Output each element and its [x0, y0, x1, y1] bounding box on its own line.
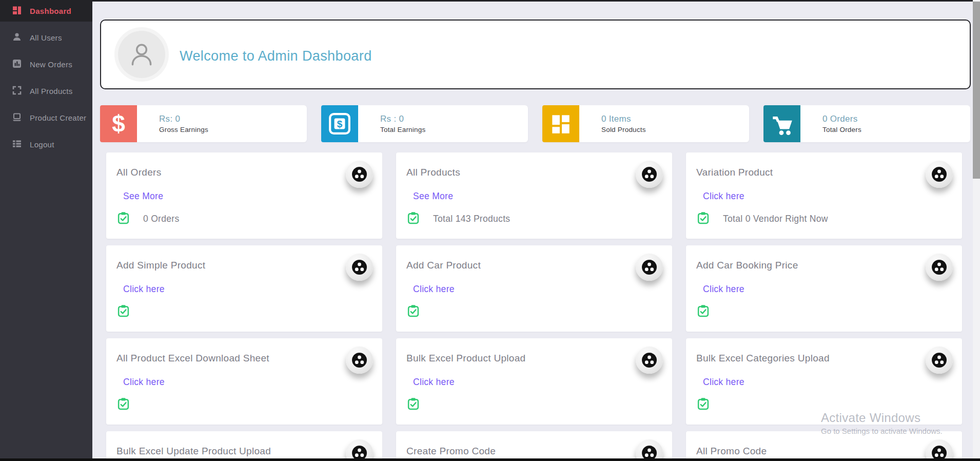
- dashboard-grid-icon: [12, 5, 22, 17]
- dashboard-card: Add Simple Product Click here: [106, 245, 382, 332]
- stats-row: $ Rs: 0 Gross Earnings $ Rs : 0 Total Ea…: [100, 105, 971, 142]
- card-subtitle: Total 0 Vendor Right Now: [723, 214, 828, 224]
- three-dots-circle-button[interactable]: [926, 347, 953, 374]
- three-dots-circle-button[interactable]: [636, 347, 663, 374]
- stat-card-total-earnings: $ Rs : 0 Total Earnings: [321, 105, 528, 142]
- dashboard-card: All Product Excel Download Sheet Click h…: [106, 338, 382, 425]
- stat-label: Sold Products: [601, 126, 646, 133]
- dashboard-card: Bulk Excel Update Product Upload Click h…: [106, 431, 382, 461]
- card-link[interactable]: See More: [413, 191, 453, 202]
- card-title: Variation Product: [696, 167, 952, 178]
- stat-value: 0 Items: [601, 114, 646, 124]
- person-icon: [118, 31, 165, 78]
- sidebar-item-product-creater[interactable]: Product Creater: [0, 107, 92, 128]
- three-dots-circle-button[interactable]: [346, 439, 373, 461]
- clipboard-check-icon: [407, 304, 419, 319]
- three-dots-circle-button[interactable]: [346, 347, 373, 374]
- card-link[interactable]: Click here: [413, 284, 455, 295]
- card-title: Add Simple Product: [116, 260, 372, 271]
- dashboard-card: All Products See More Total 143 Products: [396, 152, 672, 239]
- card-link[interactable]: Click here: [123, 284, 165, 295]
- card-link[interactable]: Click here: [703, 377, 744, 388]
- dashboard-card: All Orders See More 0 Orders: [106, 152, 382, 239]
- card-title: All Orders: [116, 167, 372, 178]
- stat-card-total-orders: 0 Orders Total Orders: [763, 105, 970, 142]
- clipboard-check-icon: [407, 212, 419, 226]
- dashboard-card: Create Promo Code Click here: [396, 431, 672, 461]
- stat-value: Rs : 0: [380, 114, 425, 124]
- stat-value: Rs: 0: [159, 114, 208, 124]
- stat-card-gross-earnings: $ Rs: 0 Gross Earnings: [100, 105, 307, 142]
- dollar-icon: $: [100, 105, 137, 142]
- horizontal-scrollbar[interactable]: [0, 458, 980, 461]
- card-link[interactable]: See More: [123, 191, 163, 202]
- stat-value: 0 Orders: [822, 114, 861, 124]
- sidebar-item-new-orders[interactable]: New Orders: [0, 53, 92, 75]
- clipboard-check-icon: [117, 397, 129, 412]
- laptop-icon: [12, 112, 22, 124]
- card-title: Bulk Excel Categories Upload: [696, 353, 952, 364]
- three-dots-circle-button[interactable]: [346, 254, 373, 281]
- card-title: Create Promo Code: [406, 446, 662, 457]
- dashboard-cards-grid: All Orders See More 0 Orders All: [106, 152, 962, 461]
- user-icon: [12, 32, 22, 44]
- card-link[interactable]: Click here: [703, 284, 744, 295]
- three-dots-circle-button[interactable]: [926, 254, 953, 281]
- avatar: [114, 27, 169, 82]
- sidebar-item-label: All Users: [30, 33, 62, 42]
- sidebar-item-all-users[interactable]: All Users: [0, 27, 92, 48]
- dashboard-card: Bulk Excel Product Upload Click here: [396, 338, 672, 425]
- sidebar-item-label: New Orders: [30, 60, 72, 69]
- main-content: Welcome to Admin Dashboard $ Rs: 0 Gross…: [92, 0, 973, 461]
- bar-chart-icon: [12, 59, 22, 70]
- card-subtitle: 0 Orders: [143, 214, 179, 224]
- card-title: Bulk Excel Product Upload: [406, 353, 662, 364]
- stat-label: Total Orders: [822, 126, 861, 133]
- expand-corners-icon: [12, 85, 22, 97]
- shopping-cart-icon: [763, 105, 800, 142]
- clipboard-check-icon: [697, 397, 709, 412]
- sidebar-item-dashboard[interactable]: Dashboard: [0, 0, 92, 22]
- card-title: Bulk Excel Update Product Upload: [116, 446, 372, 457]
- grid-blocks-icon: [542, 105, 579, 142]
- card-title: All Products: [406, 167, 662, 178]
- sidebar-item-logout[interactable]: Logout: [0, 133, 92, 155]
- three-dots-circle-button[interactable]: [636, 254, 663, 281]
- card-link[interactable]: Click here: [703, 191, 744, 202]
- three-dots-circle-button[interactable]: [926, 161, 953, 188]
- sidebar-item-label: Logout: [30, 140, 54, 149]
- clipboard-check-icon: [117, 304, 129, 319]
- stat-card-sold-products: 0 Items Sold Products: [542, 105, 749, 142]
- list-icon: [12, 139, 22, 150]
- dashboard-card: Variation Product Click here Total 0 Ven…: [686, 152, 962, 239]
- dashboard-card: All Promo Code Click here: [686, 431, 962, 461]
- card-title: Add Car Product: [406, 260, 662, 271]
- sidebar-item-all-products[interactable]: All Products: [0, 80, 92, 102]
- stat-label: Total Earnings: [380, 126, 425, 133]
- dashboard-card: Bulk Excel Categories Upload Click here: [686, 338, 962, 425]
- page-title: Welcome to Admin Dashboard: [180, 48, 372, 64]
- dollar-square-icon: $: [321, 105, 358, 142]
- svg-text:$: $: [337, 119, 343, 129]
- vertical-scrollbar[interactable]: [973, 0, 980, 461]
- sidebar-item-label: Dashboard: [30, 7, 71, 15]
- card-link[interactable]: Click here: [413, 377, 455, 388]
- dashboard-card: Add Car Booking Price Click here: [686, 245, 962, 332]
- card-title: All Promo Code: [696, 446, 952, 457]
- sidebar-item-label: Product Creater: [30, 113, 86, 122]
- three-dots-circle-button[interactable]: [636, 161, 663, 188]
- stat-label: Gross Earnings: [159, 126, 208, 133]
- clipboard-check-icon: [697, 212, 709, 226]
- welcome-banner: Welcome to Admin Dashboard: [100, 20, 971, 89]
- sidebar: Dashboard All Users New Orders All: [0, 0, 92, 461]
- vertical-scrollbar-thumb[interactable]: [973, 2, 980, 179]
- three-dots-circle-button[interactable]: [926, 439, 953, 461]
- card-title: Add Car Booking Price: [696, 260, 952, 271]
- sidebar-item-label: All Products: [30, 87, 73, 95]
- window-top-edge: [0, 0, 973, 2]
- clipboard-check-icon: [407, 397, 419, 412]
- clipboard-check-icon: [697, 304, 709, 319]
- three-dots-circle-button[interactable]: [346, 161, 373, 188]
- card-link[interactable]: Click here: [123, 377, 165, 388]
- three-dots-circle-button[interactable]: [636, 439, 663, 461]
